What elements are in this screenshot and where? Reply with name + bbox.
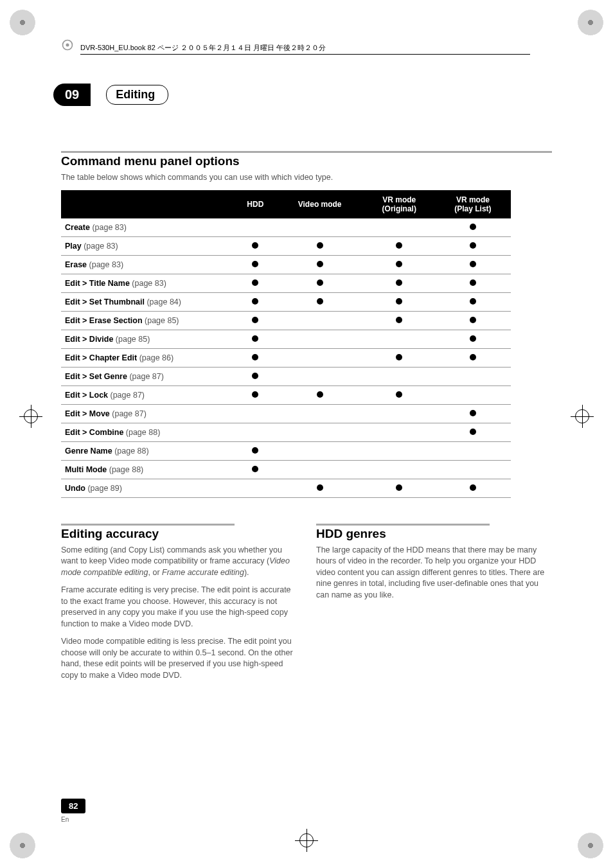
dot-icon — [317, 484, 323, 491]
table-row: Erase (page 83) — [61, 255, 511, 274]
table-cell — [364, 255, 435, 274]
table-cell — [364, 385, 435, 404]
dot-icon — [396, 317, 402, 323]
table-cell — [364, 236, 435, 255]
table-row: Edit > Divide (page 85) — [61, 330, 511, 348]
table-cell — [435, 236, 511, 255]
section-heading-command-menu: Command menu panel options — [61, 151, 552, 168]
table-cell — [276, 255, 364, 274]
svg-point-1 — [66, 44, 69, 47]
dot-icon — [252, 279, 258, 286]
table-cell — [235, 348, 276, 367]
table-cell — [364, 479, 435, 497]
dot-icon — [317, 242, 323, 249]
print-registration-mark — [578, 10, 603, 35]
table-cell — [276, 479, 364, 497]
dot-icon — [252, 298, 258, 305]
table-cell — [364, 423, 435, 441]
section-heading-editing-accuracy: Editing accuracy — [61, 524, 235, 541]
text-emphasis: Frame accurate editing — [162, 568, 244, 577]
table-cell — [235, 274, 276, 292]
file-header-info: DVR-530H_EU.book 82 ページ ２００５年２月１４日 月曜日 午… — [80, 43, 530, 55]
table-cell — [276, 385, 364, 404]
table-cell — [364, 274, 435, 292]
crosshair-mark — [571, 405, 594, 428]
dot-icon — [252, 354, 258, 360]
print-registration-mark — [10, 10, 35, 35]
table-cell — [364, 404, 435, 423]
dot-icon — [470, 224, 476, 230]
table-cell — [364, 460, 435, 479]
table-label-cell: Erase (page 83) — [61, 255, 235, 274]
dot-icon — [470, 335, 476, 342]
table-cell — [435, 292, 511, 311]
body-paragraph: Video mode compatible editing is less pr… — [61, 636, 297, 681]
table-label-cell: Create (page 83) — [61, 218, 235, 237]
body-paragraph: Some editing (and Copy List) commands as… — [61, 545, 297, 579]
table-cell — [235, 385, 276, 404]
dot-icon — [396, 391, 402, 398]
table-label-cell: Edit > Set Genre (page 87) — [61, 367, 235, 385]
table-label-cell: Edit > Erase Section (page 85) — [61, 311, 235, 330]
dot-icon — [396, 484, 402, 491]
table-cell — [435, 330, 511, 348]
table-cell — [235, 479, 276, 497]
section-intro-text: The table below shows which commands you… — [61, 172, 552, 184]
table-label-cell: Edit > Combine (page 88) — [61, 423, 235, 441]
table-label-cell: Play (page 83) — [61, 236, 235, 255]
table-row: Edit > Set Genre (page 87) — [61, 367, 511, 385]
dot-icon — [317, 391, 323, 398]
dot-icon — [252, 391, 258, 398]
table-cell — [235, 441, 276, 460]
table-row: Edit > Title Name (page 83) — [61, 274, 511, 292]
table-row: Edit > Lock (page 87) — [61, 385, 511, 404]
table-header-cell — [61, 190, 235, 218]
body-paragraph: Frame accurate editing is very precise. … — [61, 585, 297, 630]
print-registration-mark — [10, 833, 35, 858]
table-row: Edit > Combine (page 88) — [61, 423, 511, 441]
table-cell — [276, 423, 364, 441]
table-cell — [235, 292, 276, 311]
table-cell — [276, 274, 364, 292]
dot-icon — [396, 298, 402, 305]
table-cell — [435, 385, 511, 404]
table-row: Undo (page 89) — [61, 479, 511, 497]
table-cell — [364, 441, 435, 460]
table-label-cell: Multi Mode (page 88) — [61, 460, 235, 479]
table-header-cell: HDD — [235, 190, 276, 218]
table-cell — [364, 311, 435, 330]
table-cell — [276, 330, 364, 348]
table-cell — [435, 404, 511, 423]
dot-icon — [252, 447, 258, 454]
text-fragment: Some editing (and Copy List) commands as… — [61, 545, 282, 566]
table-cell — [235, 236, 276, 255]
body-paragraph: The large capacity of the HDD means that… — [316, 545, 552, 601]
dot-icon — [252, 261, 258, 267]
dot-icon — [252, 466, 258, 472]
table-cell — [235, 218, 276, 237]
dot-icon — [317, 279, 323, 286]
table-cell — [235, 311, 276, 330]
table-row: Edit > Chapter Edit (page 86) — [61, 348, 511, 367]
table-cell — [235, 255, 276, 274]
table-cell — [276, 236, 364, 255]
table-cell — [276, 460, 364, 479]
dot-icon — [470, 410, 476, 416]
table-label-cell: Undo (page 89) — [61, 479, 235, 497]
table-label-cell: Edit > Divide (page 85) — [61, 330, 235, 348]
table-cell — [435, 479, 511, 497]
table-row: Edit > Move (page 87) — [61, 404, 511, 423]
crosshair-mark — [19, 405, 42, 428]
table-label-cell: Edit > Title Name (page 83) — [61, 274, 235, 292]
table-cell — [435, 311, 511, 330]
page-number: 82 — [61, 799, 85, 813]
dot-icon — [396, 279, 402, 286]
table-header-cell: VR mode (Original) — [364, 190, 435, 218]
table-header-cell: VR mode (Play List) — [435, 190, 511, 218]
table-cell — [276, 292, 364, 311]
table-cell — [276, 441, 364, 460]
table-cell — [364, 218, 435, 237]
table-cell — [364, 330, 435, 348]
table-cell — [276, 348, 364, 367]
table-cell — [435, 348, 511, 367]
